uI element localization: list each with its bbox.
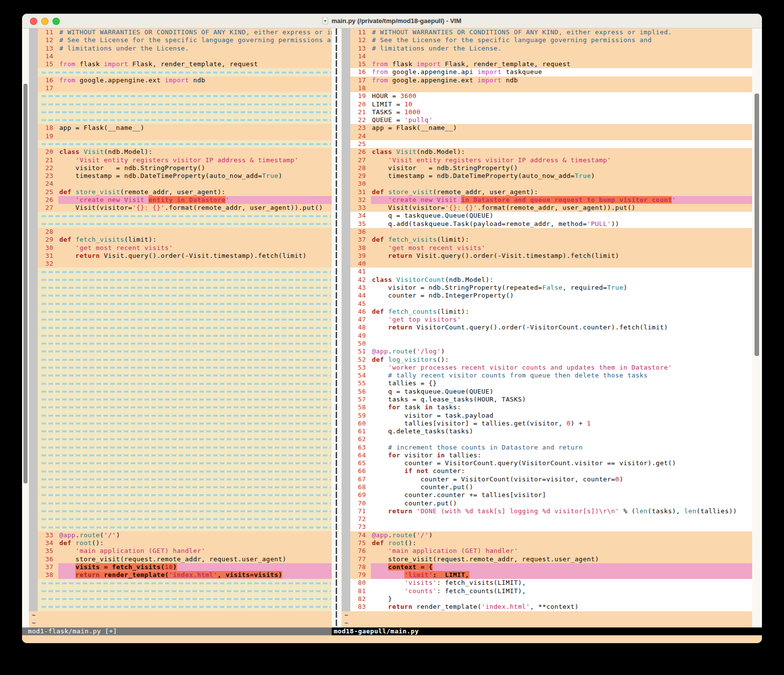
code-line[interactable]: 35 'main application (GET) handler' <box>29 547 332 555</box>
code-line[interactable]: 75def root(): <box>342 539 752 547</box>
code-line[interactable]: 22 visitor = ndb.StringProperty() <box>29 164 332 172</box>
code-line[interactable]: 78 context = { <box>342 563 752 571</box>
code-line[interactable]: 34def root(): <box>29 539 332 547</box>
code-line[interactable]: 12# See the License for the specific lan… <box>29 36 332 44</box>
code-line[interactable]: 51@app.route('/log') <box>342 348 752 355</box>
code-line[interactable]: 47 'get top visitors' <box>342 316 752 324</box>
code-line[interactable]: 70 counter.put() <box>342 500 752 507</box>
code-line[interactable]: 62 <box>342 435 752 443</box>
code-line[interactable]: 59 visitor = task.payload <box>342 412 752 420</box>
code-line[interactable]: 17 <box>29 84 332 92</box>
code-line[interactable]: 76 'main application (GET) handler' <box>342 547 752 555</box>
code-line[interactable]: 29 timestamp = ndb.DateTimeProperty(auto… <box>342 172 752 180</box>
code-line[interactable]: 64 for visitor in tallies: <box>342 451 752 459</box>
code-line[interactable]: 66 if not counter: <box>342 467 752 475</box>
code-line[interactable]: 43 visitor = ndb.StringProperty(repeated… <box>342 284 752 292</box>
code-line[interactable]: 14 <box>29 52 332 60</box>
code-line[interactable]: 57 tasks = q.lease_tasks(HOUR, TASKS) <box>342 396 752 403</box>
code-line[interactable]: 37def fetch_visits(limit): <box>342 236 752 244</box>
code-line[interactable]: 11# WITHOUT WARRANTIES OR CONDITIONS OF … <box>342 28 752 36</box>
zoom-button[interactable] <box>52 18 60 25</box>
code-line[interactable]: 13# limitations under the License. <box>342 45 752 52</box>
code-line[interactable]: 17from google.appengine.ext import ndb <box>342 76 752 84</box>
code-line[interactable]: 26class Visit(ndb.Model): <box>342 148 752 156</box>
code-line[interactable]: 52def log_visitors(): <box>342 356 752 364</box>
code-line[interactable]: 68 counter.put() <box>342 483 752 491</box>
split-separator[interactable] <box>332 28 342 627</box>
code-line[interactable]: 34 q = taskqueue.Queue(QUEUE) <box>342 212 752 220</box>
code-line[interactable]: 15from flask import Flask, render_templa… <box>342 60 752 68</box>
right-scrollbar-thumb[interactable] <box>755 94 759 356</box>
code-line[interactable]: 37 visits = fetch_visits(10) <box>29 563 332 571</box>
code-line[interactable]: 54 # tally recent visitor counts from qu… <box>342 372 752 379</box>
code-line[interactable]: 23 timestamp = ndb.DateTimeProperty(auto… <box>29 172 332 180</box>
code-line[interactable]: 38 'get most recent visits' <box>342 244 752 252</box>
close-button[interactable] <box>30 18 37 25</box>
code-line[interactable]: 18app = Flask(__name__) <box>29 124 332 132</box>
code-line[interactable]: 73 <box>342 523 752 531</box>
code-line[interactable]: 40 <box>342 260 752 268</box>
code-line[interactable]: 44 counter = ndb.IntegerProperty() <box>342 292 752 300</box>
code-line[interactable]: 45 <box>342 300 752 308</box>
code-line[interactable]: 25def store_visit(remote_addr, user_agen… <box>29 188 332 196</box>
code-line[interactable]: 79 'limit': LIMIT, <box>342 571 752 579</box>
left-code-area[interactable]: 11# WITHOUT WARRANTIES OR CONDITIONS OF … <box>29 28 332 627</box>
code-line[interactable]: 25 <box>342 140 752 148</box>
code-line[interactable]: 48 return VisitorCount.query().order(-Vi… <box>342 324 752 331</box>
code-line[interactable]: 22QUEUE = 'pullq' <box>342 116 752 124</box>
code-line[interactable]: 80 'visits': fetch_visits(LIMIT), <box>342 579 752 587</box>
code-line[interactable]: 50 <box>342 340 752 348</box>
code-line[interactable]: 38 return render_template('index.html', … <box>29 571 332 579</box>
code-line[interactable]: 60 tallies[visitor] = tallies.get(visito… <box>342 420 752 427</box>
code-line[interactable]: 77 store_visit(request.remote_addr, requ… <box>342 555 752 563</box>
code-line[interactable]: 24 <box>342 132 752 140</box>
code-line[interactable]: 71 return 'DONE (with %d task[s] logging… <box>342 507 752 515</box>
code-line[interactable]: 26 'create new Visit entity in Datastore… <box>29 196 332 204</box>
code-line[interactable]: 61 q.delete_tasks(tasks) <box>342 427 752 435</box>
code-line[interactable]: 18 <box>342 84 752 92</box>
code-line[interactable]: 33@app.route('/') <box>29 531 332 539</box>
code-line[interactable]: 14 <box>342 52 752 60</box>
code-line[interactable]: 33 Visit(visitor='{}: {}'.format(remote_… <box>342 204 752 212</box>
code-line[interactable]: 31def store_visit(remote_addr, user_agen… <box>342 188 752 196</box>
code-line[interactable]: 21 'Visit entity registers visitor IP ad… <box>29 156 332 164</box>
code-line[interactable]: 55 tallies = {} <box>342 379 752 387</box>
code-line[interactable]: 82 } <box>342 595 752 603</box>
code-line[interactable]: 13# limitations under the License. <box>29 45 332 52</box>
code-line[interactable]: 20class Visit(ndb.Model): <box>29 148 332 156</box>
code-line[interactable]: 63 # increment those counts in Datastore… <box>342 444 752 451</box>
code-line[interactable]: 12# See the License for the specific lan… <box>342 36 752 44</box>
code-line[interactable]: 32 <box>29 260 332 268</box>
code-line[interactable]: 30 <box>342 180 752 188</box>
code-line[interactable]: 69 counter.counter += tallies[visitor] <box>342 491 752 499</box>
code-line[interactable]: 16from google.appengine.ext import ndb <box>29 76 332 84</box>
code-line[interactable]: 74@app.route('/') <box>342 531 752 539</box>
code-line[interactable]: 35 q.add(taskqueue.Task(payload=remote_a… <box>342 220 752 228</box>
minimize-button[interactable] <box>41 18 49 25</box>
code-line[interactable]: 41 <box>342 268 752 275</box>
code-line[interactable]: 58 for task in tasks: <box>342 403 752 411</box>
code-line[interactable]: 39 return Visit.query().order(-Visit.tim… <box>342 252 752 260</box>
code-line[interactable]: 30 'get most recent visits' <box>29 244 332 252</box>
code-line[interactable]: 46def fetch_counts(limit): <box>342 308 752 316</box>
code-line[interactable]: 32 'create new Visit in Datastore and qu… <box>342 196 752 204</box>
code-line[interactable]: 27 Visit(visitor='{}: {}'.format(remote_… <box>29 204 332 212</box>
code-line[interactable]: 72 <box>342 515 752 523</box>
code-line[interactable]: 23app = Flask(__name__) <box>342 124 752 132</box>
code-line[interactable]: 28 <box>29 228 332 236</box>
code-line[interactable]: 27 'Visit entity registers visitor IP ad… <box>342 156 752 164</box>
code-line[interactable]: 36 store_visit(request.remote_addr, requ… <box>29 555 332 563</box>
left-scrollbar[interactable] <box>22 28 29 627</box>
code-line[interactable]: 81 'counts': fetch_counts(LIMIT), <box>342 587 752 595</box>
code-line[interactable]: 42class VisitorCount(ndb.Model): <box>342 276 752 284</box>
right-scrollbar[interactable] <box>752 28 762 627</box>
code-line[interactable]: 49 <box>342 332 752 340</box>
code-line[interactable]: 21TASKS = 1000 <box>342 108 752 116</box>
code-line[interactable]: 53 'worker processes recent visitor coun… <box>342 364 752 372</box>
code-line[interactable]: 19HOUR = 3600 <box>342 92 752 100</box>
code-line[interactable]: 24 <box>29 180 332 188</box>
code-line[interactable]: 19 <box>29 132 332 140</box>
code-line[interactable]: 16from google.appengine.api import taskq… <box>342 68 752 76</box>
code-line[interactable]: 67 counter = VisitorCount(visitor=visito… <box>342 475 752 483</box>
left-scrollbar-thumb[interactable] <box>24 84 27 483</box>
